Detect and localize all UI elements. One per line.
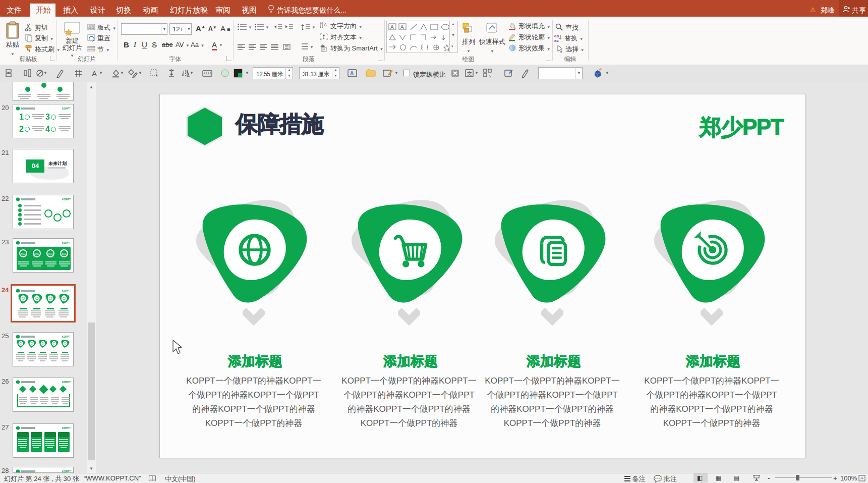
svg-text:A: A [400,24,404,30]
svg-text:A: A [350,71,354,76]
svg-text:A: A [324,22,327,27]
svg-text:ac: ac [554,38,559,42]
svg-text:ab: ab [554,34,559,38]
svg-text:文: 文 [467,71,472,76]
svg-text:A: A [390,24,394,30]
